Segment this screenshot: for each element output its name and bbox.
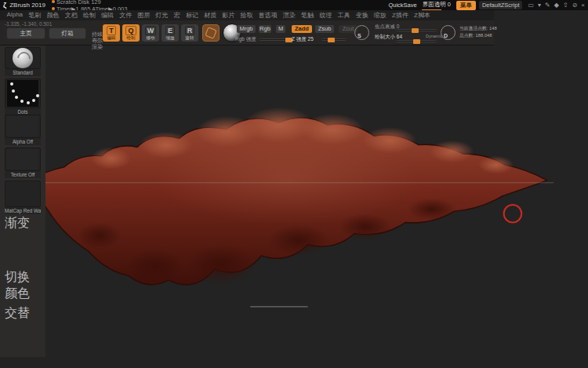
total-points-label: 总点数: 188,048 <box>459 32 497 39</box>
draw-mode-button[interactable]: Q 绘制 <box>122 24 140 42</box>
homepage-button[interactable]: 主页 <box>6 27 45 39</box>
menu-item[interactable]: 变换 <box>353 11 371 20</box>
mode-key-icon: E <box>165 26 175 35</box>
zadd-button[interactable]: Zadd <box>292 25 312 33</box>
menu-item[interactable]: 材质 <box>201 11 220 20</box>
brush-cursor[interactable] <box>504 205 522 223</box>
menu-item[interactable]: 颜色 <box>44 11 62 20</box>
texture-off-icon <box>7 149 38 169</box>
mrgb-button[interactable]: Mrgb <box>237 25 256 33</box>
top-shelf: -1.335, -1.340, 0.501 主页 灯箱 持续布尔渲染 T 编辑 … <box>0 20 494 46</box>
current-stroke-thumbnail[interactable] <box>5 78 41 108</box>
z-intensity-label: Z 强度 25 <box>292 36 314 43</box>
menu-bar: Alpha笔刷颜色文档绘制编辑文件图层灯光宏标记材质影片拾取首选项渲染笔触纹理工… <box>0 10 494 20</box>
title-bar: ζ ZBrush 2019 Free Mem 1.33GBActive Mem … <box>0 0 588 10</box>
menu-item[interactable]: 笔刷 <box>26 11 44 20</box>
menu-item[interactable]: 影片 <box>220 11 238 20</box>
current-texture-thumbnail[interactable] <box>5 148 41 171</box>
brush-name-label: Standard <box>5 69 41 76</box>
menu-item[interactable]: 拾取 <box>238 11 256 20</box>
pen-icon[interactable]: ✎ <box>545 2 550 9</box>
mode-label: 编辑 <box>107 35 116 41</box>
zsub-button[interactable]: Zsub <box>315 25 334 33</box>
menus-toggle-button[interactable]: 菜单 <box>456 1 476 10</box>
symmetry-dial-icon[interactable]: S <box>354 25 369 40</box>
palette-icon[interactable]: ◆ <box>554 2 559 9</box>
color-swatch-button[interactable] <box>202 24 220 42</box>
menu-item[interactable]: 绘制 <box>80 11 98 20</box>
mode-key-icon: T <box>107 26 116 35</box>
menu-item[interactable]: 文件 <box>117 11 135 20</box>
rotate-mode-button[interactable]: R 旋转 <box>181 24 198 42</box>
upload-icon[interactable]: ⇧ <box>563 2 568 9</box>
m-button[interactable]: M <box>276 25 285 33</box>
menu-item[interactable]: 工具 <box>335 11 353 20</box>
draw-size-slider[interactable] <box>396 40 437 42</box>
standard-brush-icon <box>13 48 33 68</box>
dynamic-dial-icon[interactable]: D <box>441 25 456 40</box>
menu-item[interactable]: 宏 <box>171 11 183 20</box>
move-mode-button[interactable]: W 移动 <box>142 24 159 42</box>
switch-color-label[interactable]: 切换颜色 <box>5 269 41 302</box>
scale-mode-button[interactable]: E 缩放 <box>162 24 179 42</box>
menu-item[interactable]: 笔触 <box>298 11 316 20</box>
menu-item[interactable]: Alpha <box>4 11 26 20</box>
current-alpha-thumbnail[interactable] <box>5 115 41 138</box>
menu-item[interactable]: 纹理 <box>317 11 335 20</box>
dots-stroke-icon <box>7 80 38 107</box>
alpha-name-label: Alpha Off <box>5 138 41 145</box>
zbrush-logo-icon: ζ <box>3 2 6 9</box>
z-intensity-slider[interactable] <box>321 38 347 41</box>
rgb-intensity-slider[interactable] <box>259 38 290 41</box>
divider-toggle-icon[interactable]: ▾ <box>538 2 541 9</box>
texture-name-label: Texture Off <box>5 171 41 178</box>
zbrush-window: ζ ZBrush 2019 Free Mem 1.33GBActive Mem … <box>0 0 588 368</box>
status-dot-icon <box>52 0 55 3</box>
menu-item[interactable]: 标记 <box>183 11 201 20</box>
focal-shift-slider[interactable] <box>396 29 437 31</box>
menu-item[interactable]: Z插件 <box>389 11 411 20</box>
mode-label: 绘制 <box>127 35 136 41</box>
edit-mode-button[interactable]: T 编辑 <box>103 24 120 42</box>
left-tray: Standard Dots Alpha Off Texture Off MatC… <box>0 46 45 357</box>
active-points-label: 当前激活点数: 148 <box>459 25 497 32</box>
current-brush-thumbnail[interactable] <box>5 47 41 69</box>
canvas-area[interactable] <box>0 14 588 368</box>
menu-item[interactable]: 首选项 <box>256 11 280 20</box>
mode-key-icon: W <box>145 26 157 35</box>
menu-item[interactable]: 缩放 <box>371 11 389 20</box>
current-material-thumbnail[interactable] <box>5 180 41 207</box>
rgb-intensity-label: Rgb 强度 <box>235 36 256 43</box>
default-zscript-button[interactable]: DefaultZScript <box>479 1 523 9</box>
menu-item[interactable]: 图层 <box>135 11 153 20</box>
cursor-coordinates: -1.335, -1.340, 0.501 <box>5 21 52 27</box>
rgb-button[interactable]: Rgb <box>259 25 271 33</box>
document-viewport[interactable] <box>0 14 588 368</box>
alternate-color-button[interactable]: 交替 <box>5 305 41 322</box>
menu-item[interactable]: 文档 <box>62 11 80 20</box>
gradient-label[interactable]: 渐变 <box>5 215 41 231</box>
shelf-toggle-icon[interactable]: ▭ <box>528 2 534 9</box>
menu-item[interactable]: Z脚本 <box>411 11 433 20</box>
block-icon[interactable]: ⊘ <box>572 2 578 9</box>
mode-key-icon: Q <box>125 26 136 35</box>
mode-label: 旋转 <box>186 35 194 41</box>
quicksave-button[interactable]: QuickSave <box>388 2 416 9</box>
close-icon[interactable]: × <box>581 2 585 9</box>
menu-item[interactable]: 编辑 <box>98 11 116 20</box>
app-title: ZBrush 2019 <box>9 2 45 9</box>
mode-label: 移动 <box>147 35 155 41</box>
octagon-icon <box>205 27 217 39</box>
alpha-off-icon <box>7 116 38 137</box>
mode-label: 缩放 <box>166 35 175 41</box>
menu-item[interactable]: 渲染 <box>280 11 298 20</box>
lightbox-button[interactable]: 灯箱 <box>49 27 86 39</box>
sculpt-scene <box>0 14 588 368</box>
dynamic-mode-label[interactable]: Dynamic <box>426 34 442 38</box>
point-counters: 当前激活点数: 148 总点数: 188,048 <box>459 25 497 39</box>
mode-key-icon: R <box>185 26 195 35</box>
menu-item[interactable]: 灯光 <box>153 11 171 20</box>
ui-transparency-slider[interactable]: 界面透明 0 <box>420 1 453 10</box>
